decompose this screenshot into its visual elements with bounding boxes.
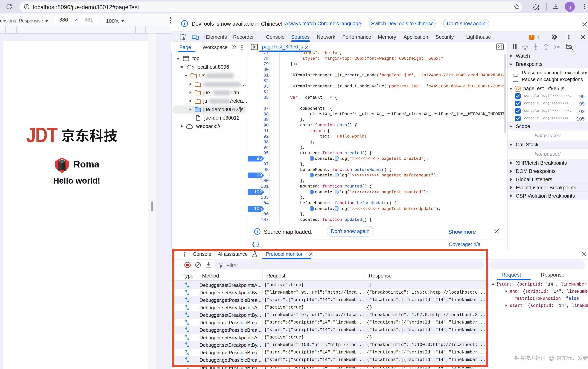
svg-text:@: @ — [548, 355, 554, 361]
